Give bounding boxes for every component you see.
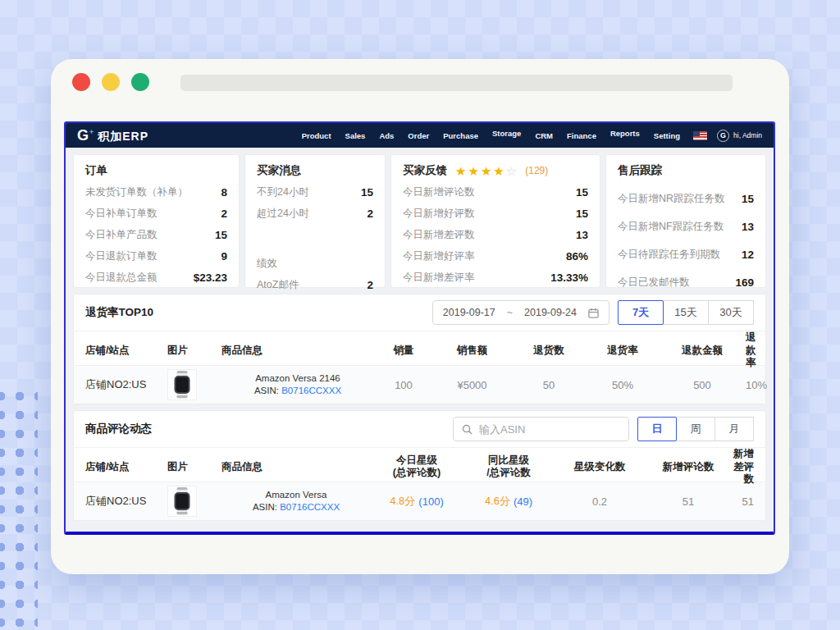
column-header[interactable]: 退货数 xyxy=(511,345,587,358)
column-header[interactable]: 商品信息 xyxy=(221,345,374,358)
period-week-button[interactable]: 周 xyxy=(676,417,715,441)
star-filled-icon: ★ xyxy=(493,165,504,177)
column-header[interactable]: 新增评论数 xyxy=(645,461,732,474)
stat-value: 12 xyxy=(742,249,754,261)
range-7d-button[interactable]: 7天 xyxy=(618,300,664,325)
review-dynamics-panel: 商品评论动态 日 周 月 店铺/站点图片商品信息今日星级 (总评论数)同比 xyxy=(73,410,766,521)
stat-value: 9 xyxy=(221,250,227,262)
product-asin: ASIN: B0716CCXXX xyxy=(254,385,341,397)
star-change-cell: 0.2 xyxy=(555,495,645,508)
tracking-stat-list: 今日新增NR跟踪任务数 15 今日新增NF跟踪任务数 13 今日待跟踪任务到期数… xyxy=(618,192,754,290)
stat-label: 今日新增差评率 xyxy=(403,271,475,285)
nav-menu-item[interactable]: CRM xyxy=(535,131,553,140)
review-controls: 日 周 月 xyxy=(453,417,754,441)
stat-value: $23.23 xyxy=(194,272,227,284)
logo-text: 积加ERP xyxy=(98,130,148,144)
returns-controls: 2019-09-17 ~ 2019-09-24 7天 15天 30天 xyxy=(432,300,754,325)
close-window-icon[interactable] xyxy=(72,73,90,91)
column-header[interactable]: 销量 xyxy=(374,345,433,358)
date-to[interactable]: 2019-09-24 xyxy=(524,307,577,318)
nav-menu-item[interactable]: Storage xyxy=(492,129,521,138)
user-avatar: G xyxy=(717,130,729,142)
review-table-header: 店铺/站点图片商品信息今日星级 (总评论数)同比星级 /总评论数星级变化数新增评… xyxy=(74,447,765,482)
asin-search-box[interactable] xyxy=(453,417,629,441)
maximize-window-icon[interactable] xyxy=(131,73,149,91)
date-range-picker[interactable]: 2019-09-17 ~ 2019-09-24 xyxy=(432,300,609,325)
minimize-window-icon[interactable] xyxy=(102,73,120,91)
product-image-watch[interactable] xyxy=(167,369,197,400)
review-table-row: 店铺NO2:US Amazon Versa ASIN: B0716CCXXX 4… xyxy=(74,482,765,520)
product-info-cell: Amazon Versa 2146 ASIN: B0716CCXXX xyxy=(221,372,374,397)
nav-menu-item[interactable]: Setting xyxy=(654,131,680,140)
column-header[interactable]: 销售额 xyxy=(433,345,511,358)
stat-row: 今日新增NF跟踪任务数 13 xyxy=(618,220,754,234)
nav-menu-item[interactable]: Ads xyxy=(379,131,394,140)
orders-card: 订单 未发货订单数（补单） 8 今日补单订单数 2 今日补单产品数 15 今日退… xyxy=(73,154,240,288)
stat-label: 今日新增评论数 xyxy=(403,185,475,199)
orders-card-title: 订单 xyxy=(85,163,227,178)
column-header[interactable]: 退款率 xyxy=(746,331,756,370)
orders-stat-list: 未发货订单数（补单） 8 今日补单订单数 2 今日补单产品数 15 今日退款订单… xyxy=(85,185,227,285)
stat-row: 超过24小时 2 xyxy=(257,207,373,221)
user-menu[interactable]: G hi, Admin xyxy=(717,130,762,142)
range-15d-button[interactable]: 15天 xyxy=(663,300,709,325)
column-header[interactable]: 图片 xyxy=(167,345,221,358)
stat-row: 今日新增评论数 15 xyxy=(403,185,588,199)
stat-row: 今日已发邮件数 169 xyxy=(618,276,754,290)
range-30d-button[interactable]: 30天 xyxy=(708,300,754,325)
nav-menu-item[interactable]: Purchase xyxy=(443,131,478,140)
returns-panel-header: 退货率TOP10 2019-09-17 ~ 2019-09-24 7天 15天 … xyxy=(74,294,765,331)
star-filled-icon: ★ xyxy=(468,165,478,177)
nav-menu: ProductSalesAdsOrderPurchaseStorageCRMFi… xyxy=(302,131,680,140)
stat-label: 超过24小时 xyxy=(257,207,309,221)
date-from[interactable]: 2019-09-17 xyxy=(443,307,495,318)
app-logo[interactable]: G + 积加ERP xyxy=(77,127,148,144)
compare-star-cell: 4.6分 (49) xyxy=(463,494,555,509)
stat-label: 今日新增差评数 xyxy=(403,228,475,242)
period-month-button[interactable]: 月 xyxy=(714,417,754,441)
column-header[interactable]: 店铺/站点 xyxy=(85,345,167,358)
nav-menu-item[interactable]: Finance xyxy=(567,131,596,140)
nav-menu-item[interactable]: Product xyxy=(302,131,331,140)
asin-link[interactable]: B0716CCXXX xyxy=(281,386,341,395)
stat-value: 13.33% xyxy=(550,272,588,284)
feedback-count[interactable]: (129) xyxy=(525,165,548,176)
stat-row: 今日补单订单数 2 xyxy=(85,207,227,221)
period-day-button[interactable]: 日 xyxy=(637,417,677,441)
stat-row: AtoZ邮件 2 xyxy=(257,278,373,292)
stat-label: 今日补单产品数 xyxy=(85,228,158,242)
product-name: Amazon Versa xyxy=(266,489,327,501)
column-header[interactable]: 店铺/站点 xyxy=(85,461,167,474)
column-header[interactable]: 新增差评数 xyxy=(732,448,754,486)
address-bar[interactable] xyxy=(180,75,733,91)
nav-menu-item[interactable]: Reports xyxy=(610,129,640,138)
rating-stars: ★ ★ ★ ★ ☆ xyxy=(455,165,517,177)
logo-g-icon: G xyxy=(77,127,89,144)
product-image-watch[interactable] xyxy=(167,486,197,517)
after-sale-tracking-card: 售后跟踪 今日新增NR跟踪任务数 15 今日新增NF跟踪任务数 13 今日待跟踪… xyxy=(605,154,766,288)
compare-review-count[interactable]: (49) xyxy=(514,495,532,508)
asin-link[interactable]: B0716CCXXX xyxy=(280,502,340,512)
stat-value: 169 xyxy=(735,276,754,289)
product-image-cell xyxy=(167,486,221,517)
stat-value: 13 xyxy=(576,229,588,241)
nav-menu-item[interactable]: Sales xyxy=(345,131,366,140)
today-review-count[interactable]: (100) xyxy=(418,495,443,508)
date-separator: ~ xyxy=(507,307,513,318)
messages-card-title: 买家消息 xyxy=(257,163,373,178)
stat-value: 15 xyxy=(361,186,373,199)
column-header[interactable]: 图片 xyxy=(167,461,221,474)
asin-search-input[interactable] xyxy=(479,423,620,436)
column-header[interactable]: 退货率 xyxy=(587,345,659,358)
column-header[interactable]: 星级变化数 xyxy=(555,461,645,474)
stat-row: 今日新增好评数 15 xyxy=(403,207,588,221)
column-header[interactable]: 商品信息 xyxy=(221,461,371,474)
stat-row: 今日新增好评率 86% xyxy=(403,249,588,263)
column-header[interactable]: 同比星级 /总评论数 xyxy=(463,454,555,480)
spacer xyxy=(257,221,373,249)
column-header[interactable]: 退款金额 xyxy=(659,345,746,358)
us-flag-icon[interactable] xyxy=(693,131,707,140)
logo-plus-icon: + xyxy=(89,128,94,136)
column-header[interactable]: 今日星级 (总评论数) xyxy=(371,454,463,480)
nav-menu-item[interactable]: Order xyxy=(408,131,429,140)
